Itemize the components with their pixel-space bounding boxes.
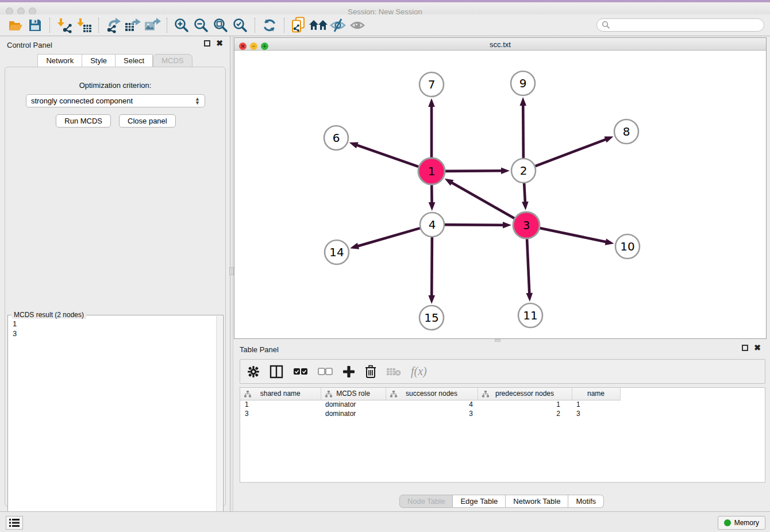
run-mcds-button[interactable]: Run MCDS [56, 114, 111, 128]
tab-motifs[interactable]: Motifs [568, 495, 604, 508]
tab-network[interactable]: Network [37, 54, 82, 67]
graph-node-label: 15 [424, 311, 438, 325]
table-row[interactable]: 1 dominator 4 1 1 [240, 400, 620, 409]
show-all-icon[interactable] [348, 16, 367, 34]
open-session-icon[interactable] [6, 16, 25, 34]
search-box[interactable] [596, 18, 764, 32]
hide-selected-icon[interactable] [328, 16, 348, 34]
search-input[interactable] [610, 20, 759, 30]
control-panel-tabs: Network Style Select MCDS [0, 54, 230, 67]
graph-node-9[interactable]: 9 [511, 71, 535, 95]
toolbar-separator [98, 18, 99, 33]
graph-node-7[interactable]: 7 [419, 72, 444, 97]
delete-table-icon[interactable] [386, 367, 401, 377]
graph-node-8[interactable]: 8 [614, 119, 638, 144]
add-column-icon[interactable] [342, 365, 355, 378]
graph-node-label: 8 [623, 125, 630, 138]
cell-mcds-role[interactable]: dominator [321, 409, 386, 418]
memory-button[interactable]: Memory [718, 516, 765, 530]
graph-node-1[interactable]: 1 [418, 158, 445, 184]
tab-mcds[interactable]: MCDS [153, 54, 192, 67]
graph-edge-2-9[interactable] [523, 104, 523, 158]
duplicate-network-icon[interactable] [289, 16, 309, 34]
graph-node-10[interactable]: 10 [615, 234, 640, 259]
tab-edge-table[interactable]: Edge Table [453, 495, 506, 508]
first-neighbors-icon[interactable] [309, 16, 328, 34]
graph-edge-3-10[interactable] [540, 228, 607, 242]
zoom-in-icon[interactable] [172, 16, 191, 34]
export-image-icon[interactable] [143, 16, 162, 34]
zoom-fit-icon[interactable] [211, 16, 230, 34]
import-table-icon[interactable] [74, 16, 94, 34]
column-header-predecessor-nodes[interactable]: predecessor nodes [478, 388, 572, 400]
column-header-name[interactable]: name [572, 388, 620, 400]
apply-layout-icon[interactable] [260, 16, 279, 34]
criterion-select[interactable]: strongly connected component ▲▼ [26, 94, 205, 107]
control-panel-float-icon[interactable] [204, 40, 210, 47]
tab-select[interactable]: Select [116, 54, 153, 67]
table-panel-close-icon[interactable]: ✖ [754, 345, 761, 351]
network-canvas[interactable]: 7968124314101511 [234, 51, 766, 338]
graph-edge-1-6[interactable] [356, 145, 418, 167]
graph-edge-4-3[interactable] [445, 225, 505, 225]
cell-predecessor-nodes[interactable]: 2 [478, 409, 572, 418]
toolbar-separator [255, 18, 255, 33]
vertical-splitter-handle[interactable] [229, 267, 234, 275]
graph-node-2[interactable]: 2 [511, 159, 536, 183]
tab-node-table[interactable]: Node Table [399, 495, 453, 508]
cell-shared-name[interactable]: 1 [240, 400, 321, 409]
criterion-selected-value: strongly connected component [31, 97, 133, 105]
function-builder-icon[interactable]: f(x) [411, 365, 427, 378]
graph-edge-3-1[interactable] [451, 182, 514, 218]
graph-node-4[interactable]: 4 [420, 213, 444, 237]
graph-edge-4-15[interactable] [432, 237, 432, 297]
table-panel-float-icon[interactable] [742, 345, 748, 351]
network-window-title: scc.txt [234, 40, 766, 49]
cell-successor-nodes[interactable]: 3 [386, 409, 478, 418]
node-table[interactable]: shared name MCDS role successor nodes pr… [240, 387, 765, 483]
task-history-button[interactable] [6, 516, 23, 530]
column-header-successor-nodes[interactable]: successor nodes [386, 388, 478, 400]
select-all-checkboxes-icon[interactable] [293, 368, 308, 376]
export-network-icon[interactable] [103, 16, 123, 34]
cell-name[interactable]: 1 [572, 400, 620, 409]
column-header-shared-name[interactable]: shared name [240, 388, 321, 400]
graph-edge-2-3[interactable] [524, 183, 525, 203]
table-row[interactable]: 3 dominator 3 2 3 [240, 409, 620, 418]
tab-network-table[interactable]: Network Table [506, 495, 568, 508]
tab-style[interactable]: Style [82, 54, 116, 67]
save-session-icon[interactable] [25, 16, 45, 34]
graph-node-6[interactable]: 6 [324, 126, 348, 150]
import-network-icon[interactable] [55, 16, 74, 34]
graph-edge-3-11[interactable] [527, 239, 529, 295]
graph-node-14[interactable]: 14 [325, 240, 349, 264]
graph-edge-1-2[interactable] [445, 171, 503, 171]
cell-name[interactable]: 3 [572, 409, 620, 418]
deselect-all-checkboxes-icon[interactable] [318, 368, 333, 376]
graph-edge-4-14[interactable] [357, 228, 420, 246]
show-columns-icon[interactable] [270, 365, 283, 379]
control-panel-close-icon[interactable]: ✖ [216, 40, 223, 47]
graph-edge-2-8[interactable] [536, 139, 607, 166]
control-panel: Control Panel ✖ Network Style Select MCD… [0, 36, 230, 511]
graph-edge-arrowhead [501, 167, 510, 174]
cell-predecessor-nodes[interactable]: 1 [478, 400, 572, 409]
graph-node-label: 7 [428, 78, 436, 91]
network-view-window: ✕−+ scc.txt 7968124314101511 [234, 37, 767, 339]
result-scrollbar[interactable] [216, 316, 222, 530]
cell-shared-name[interactable]: 3 [240, 409, 321, 418]
zoom-selected-icon[interactable] [230, 16, 250, 34]
mcds-result-text[interactable]: 1 3 [10, 319, 215, 528]
table-settings-icon[interactable] [247, 365, 260, 378]
control-panel-title: Control Panel [7, 41, 52, 49]
graph-node-11[interactable]: 11 [518, 303, 542, 327]
graph-node-15[interactable]: 15 [419, 306, 444, 330]
cell-successor-nodes[interactable]: 4 [386, 400, 478, 409]
close-panel-button[interactable]: Close panel [119, 114, 176, 128]
export-table-icon[interactable] [123, 16, 143, 34]
cell-mcds-role[interactable]: dominator [321, 400, 386, 409]
graph-node-3[interactable]: 3 [513, 212, 540, 238]
zoom-out-icon[interactable] [191, 16, 211, 34]
delete-column-icon[interactable] [365, 365, 376, 379]
column-header-mcds-role[interactable]: MCDS role [321, 388, 386, 400]
